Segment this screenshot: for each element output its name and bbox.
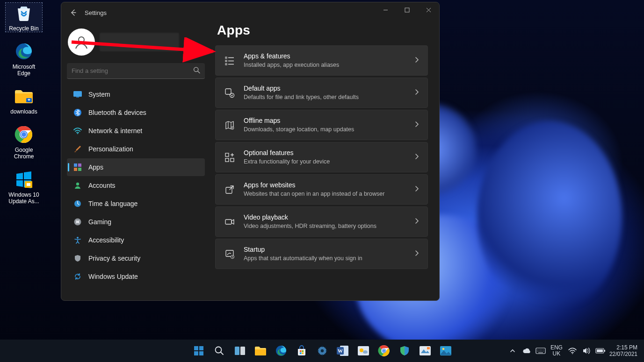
svg-text:W: W — [338, 348, 343, 354]
card-optional-features[interactable]: Optional featuresExtra functionality for… — [215, 142, 428, 172]
taskbar-store[interactable] — [293, 342, 311, 360]
tray-battery[interactable] — [595, 343, 606, 358]
desktop-icon-label: Google Chrome — [6, 147, 42, 160]
card-video-playback[interactable]: Video playbackVideo adjustments, HDR str… — [215, 206, 428, 237]
card-subtitle: Extra functionality for your device — [244, 158, 406, 166]
sidebar-nav: System Bluetooth & devices Network & int… — [67, 85, 205, 285]
card-offline-maps[interactable]: Offline mapsDownloads, storage location,… — [215, 110, 428, 140]
chevron-up-icon — [510, 348, 515, 354]
tray-overflow[interactable] — [507, 343, 518, 358]
svg-rect-22 — [225, 57, 227, 58]
windows-update-icon — [14, 169, 34, 190]
tray-language[interactable]: ENGUK — [550, 345, 564, 357]
card-subtitle: Apps that start automatically when you s… — [244, 255, 406, 263]
minimize-button[interactable] — [375, 2, 396, 17]
taskbar-word[interactable]: W — [334, 342, 352, 360]
map-icon — [224, 120, 235, 130]
xbox-icon — [73, 218, 82, 226]
start-button[interactable] — [190, 342, 208, 360]
desktop-icon-label: Recycle Bin — [9, 25, 38, 32]
sidebar-item-time[interactable]: Time & language — [67, 195, 205, 213]
settings-window: Settings System Bluetooth & devices Ne — [61, 2, 440, 301]
bluetooth-icon — [73, 108, 82, 117]
maximize-button[interactable] — [396, 2, 418, 17]
task-view-icon — [234, 346, 246, 355]
sidebar-item-accessibility[interactable]: Accessibility — [67, 231, 205, 249]
taskbar-search[interactable] — [210, 342, 228, 360]
shield-icon — [399, 345, 410, 356]
open-external-icon — [224, 185, 235, 195]
taskbar-taskview[interactable] — [231, 342, 249, 360]
taskbar-center: W — [190, 342, 455, 360]
close-button[interactable] — [418, 2, 439, 17]
taskbar-explorer[interactable] — [252, 342, 269, 360]
tray-wifi[interactable] — [567, 343, 578, 358]
sidebar-item-accounts[interactable]: Accounts — [67, 177, 205, 194]
search-input[interactable] — [67, 63, 205, 79]
card-title: Optional features — [244, 149, 406, 157]
titlebar: Settings — [61, 2, 439, 23]
card-subtitle: Downloads, storage location, map updates — [244, 126, 406, 134]
window-title: Settings — [85, 9, 107, 16]
snipping-icon — [419, 346, 431, 356]
tray-onedrive[interactable] — [521, 343, 532, 358]
chevron-right-icon — [414, 250, 419, 258]
desktop-icon-downloads[interactable]: downloads — [6, 86, 42, 115]
taskbar-security[interactable] — [396, 342, 413, 360]
tray-clock[interactable]: 2:15 PM 22/07/2021 — [609, 344, 639, 357]
svg-rect-30 — [231, 158, 234, 162]
taskbar-weather[interactable] — [355, 342, 372, 360]
card-apps-websites[interactable]: Apps for websitesWebsites that can open … — [215, 174, 428, 205]
sidebar-item-apps[interactable]: Apps — [67, 158, 205, 176]
sidebar-item-gaming[interactable]: Gaming — [67, 213, 205, 231]
chevron-right-icon — [414, 57, 419, 65]
search-box[interactable] — [67, 63, 205, 79]
card-startup[interactable]: StartupApps that start automatically whe… — [215, 239, 428, 269]
card-subtitle: Installed apps, app execution aliases — [244, 61, 406, 69]
desktop-icon-chrome[interactable]: Google Chrome — [6, 124, 42, 160]
tray-keyboard[interactable] — [535, 343, 546, 358]
tray-volume[interactable] — [581, 343, 592, 358]
svg-rect-39 — [199, 351, 203, 355]
card-apps-features[interactable]: Apps & featuresInstalled apps, app execu… — [215, 45, 428, 76]
taskbar-snipping[interactable] — [416, 342, 434, 360]
profile-row[interactable] — [68, 28, 205, 56]
taskbar-settings[interactable] — [313, 342, 331, 360]
sidebar-item-privacy[interactable]: Privacy & security — [67, 249, 205, 267]
chevron-right-icon — [414, 121, 419, 129]
taskbar-chrome[interactable] — [375, 342, 393, 360]
svg-rect-42 — [240, 347, 245, 355]
card-title: Startup — [244, 245, 406, 254]
taskbar-edge[interactable] — [272, 342, 290, 360]
wifi-icon — [73, 127, 82, 135]
svg-rect-45 — [302, 350, 304, 352]
card-default-apps[interactable]: Default appsDefaults for file and link t… — [215, 78, 428, 108]
sidebar-item-system[interactable]: System — [67, 85, 205, 103]
avatar — [68, 28, 95, 56]
sidebar-item-network[interactable]: Network & internet — [67, 122, 205, 140]
desktop-icon-edge[interactable]: Microsoft Edge — [6, 41, 42, 77]
chrome-icon — [14, 124, 34, 145]
chevron-right-icon — [414, 218, 419, 226]
svg-point-64 — [572, 353, 573, 354]
chevron-right-icon — [414, 185, 419, 194]
sidebar-item-update[interactable]: Windows Update — [67, 268, 205, 285]
desktop-icon-recycle-bin[interactable]: Recycle Bin — [6, 3, 42, 32]
svg-rect-44 — [300, 350, 302, 352]
gear-icon — [317, 345, 328, 356]
grid-plus-icon — [224, 152, 235, 163]
back-button[interactable] — [67, 6, 80, 19]
svg-rect-38 — [194, 351, 198, 355]
sidebar-item-bluetooth[interactable]: Bluetooth & devices — [67, 104, 205, 121]
taskbar-photos[interactable] — [437, 342, 455, 360]
svg-rect-15 — [78, 163, 81, 167]
desktop-icon-win10-update[interactable]: Windows 10 Update As... — [6, 169, 42, 205]
video-icon — [224, 217, 235, 227]
startup-icon — [224, 249, 235, 259]
sidebar-item-label: Accessibility — [88, 236, 124, 244]
sidebar-item-personalization[interactable]: Personalization — [67, 140, 205, 158]
store-icon — [296, 345, 307, 356]
svg-point-58 — [383, 349, 385, 352]
brush-icon — [73, 145, 82, 153]
svg-rect-32 — [225, 220, 232, 224]
